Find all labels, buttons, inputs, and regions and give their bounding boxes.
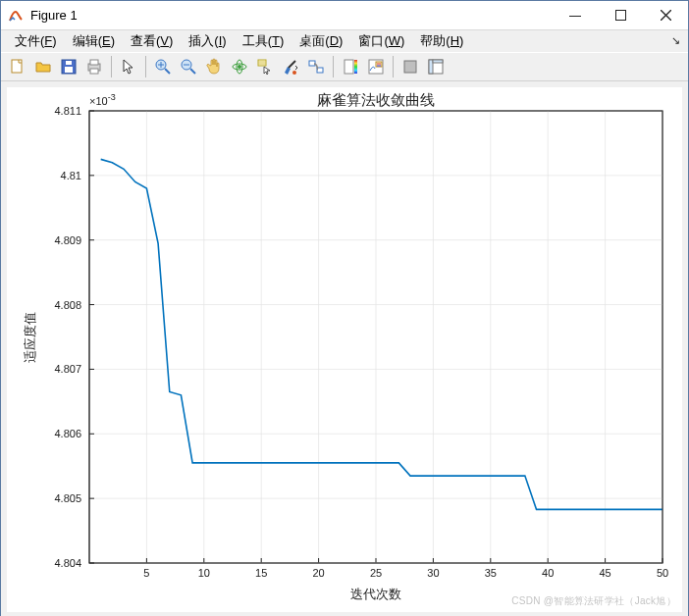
x-tick-label: 5	[143, 567, 149, 579]
data-cursor-icon[interactable]	[253, 55, 277, 78]
svg-rect-36	[429, 60, 433, 74]
toolbar-separator	[145, 56, 146, 77]
x-axis-label: 迭代次数	[350, 587, 401, 601]
y-tick-label: 4.808	[54, 299, 81, 311]
svg-rect-34	[404, 61, 416, 73]
svg-rect-29	[354, 60, 357, 74]
menu-file[interactable]: 文件(F)	[7, 30, 65, 52]
x-tick-label: 50	[657, 567, 668, 579]
toolbar-separator	[393, 56, 394, 77]
svg-rect-7	[66, 61, 72, 65]
svg-rect-6	[65, 67, 73, 73]
menu-tools[interactable]: 工具(T)	[235, 30, 292, 52]
legend-icon[interactable]	[364, 55, 388, 78]
open-folder-icon[interactable]	[31, 55, 55, 78]
y-tick-label: 4.805	[54, 492, 81, 504]
svg-rect-1	[615, 11, 625, 21]
chart-svg: 51015202530354045504.8044.8054.8064.8074…	[7, 87, 682, 612]
y-tick-label: 4.807	[54, 363, 81, 375]
hide-plot-tools-icon[interactable]	[398, 55, 422, 78]
svg-rect-28	[344, 60, 353, 74]
x-tick-label: 20	[312, 567, 324, 579]
y-tick-label: 4.806	[54, 428, 81, 439]
menu-window[interactable]: 窗口(W)	[350, 30, 412, 52]
svg-line-24	[289, 61, 295, 68]
overflow-icon[interactable]: ↘	[671, 34, 680, 47]
title-bar: Figure 1 —	[1, 1, 688, 30]
toolbar-separator	[333, 56, 334, 77]
minimize-button[interactable]: —	[553, 1, 598, 30]
x-tick-label: 25	[370, 567, 382, 579]
y-axis-label: 适应度值	[23, 312, 37, 363]
svg-rect-10	[90, 69, 98, 74]
toolbar-separator	[111, 56, 112, 77]
figure-body: 51015202530354045504.8044.8054.8064.8074…	[1, 81, 688, 616]
menu-edit[interactable]: 编辑(E)	[65, 30, 123, 52]
menu-help[interactable]: 帮助(H)	[412, 30, 471, 52]
save-icon[interactable]	[57, 55, 80, 78]
svg-rect-37	[433, 60, 443, 63]
close-button[interactable]	[643, 1, 688, 30]
x-tick-label: 10	[198, 567, 210, 579]
zoom-in-icon[interactable]	[151, 55, 175, 78]
window-title: Figure 1	[30, 8, 553, 23]
svg-point-25	[292, 71, 296, 75]
x-tick-label: 40	[542, 567, 554, 579]
svg-rect-0	[8, 8, 24, 24]
y-tick-label: 4.811	[54, 105, 81, 117]
y-tick-label: 4.81	[61, 170, 81, 181]
figure-window: Figure 1 — 文件(F) 编辑(E) 查看(V) 插入(I) 工具(T)…	[0, 0, 689, 616]
maximize-button[interactable]	[598, 1, 643, 30]
rotate-3d-icon[interactable]	[228, 55, 251, 78]
y-tick-label: 4.804	[54, 557, 81, 569]
pan-hand-icon[interactable]	[202, 55, 226, 78]
new-figure-icon[interactable]	[6, 55, 29, 78]
menu-insert[interactable]: 插入(I)	[181, 30, 234, 52]
menu-bar: 文件(F) 编辑(E) 查看(V) 插入(I) 工具(T) 桌面(D) 窗口(W…	[1, 30, 688, 52]
svg-point-20	[238, 65, 241, 69]
x-tick-label: 30	[427, 567, 439, 579]
menu-desktop[interactable]: 桌面(D)	[292, 30, 350, 52]
x-tick-label: 15	[255, 567, 267, 579]
svg-line-12	[165, 69, 170, 74]
x-tick-label: 45	[599, 567, 610, 579]
axes-canvas: 51015202530354045504.8044.8054.8064.8074…	[7, 87, 682, 612]
matlab-figure-icon	[7, 7, 25, 25]
svg-rect-9	[90, 60, 98, 65]
menu-view[interactable]: 查看(V)	[123, 30, 181, 52]
x-tick-label: 35	[485, 567, 497, 579]
svg-rect-4	[12, 60, 22, 73]
svg-rect-21	[258, 60, 266, 66]
print-icon[interactable]	[82, 55, 106, 78]
chart-title: 麻雀算法收敛曲线	[317, 91, 435, 108]
zoom-out-icon[interactable]	[177, 55, 200, 78]
brush-icon[interactable]	[279, 55, 302, 78]
svg-line-16	[190, 69, 195, 74]
y-exponent-label: ×10-3	[89, 92, 116, 107]
show-plot-tools-icon[interactable]	[424, 55, 448, 78]
link-plot-icon[interactable]	[304, 55, 328, 78]
pointer-icon[interactable]	[117, 55, 140, 78]
toolbar	[1, 52, 688, 81]
y-tick-label: 4.809	[54, 234, 81, 246]
colorbar-icon[interactable]	[339, 55, 362, 78]
watermark-text: CSDN @智能算法研学社（Jack旭）	[511, 594, 676, 608]
